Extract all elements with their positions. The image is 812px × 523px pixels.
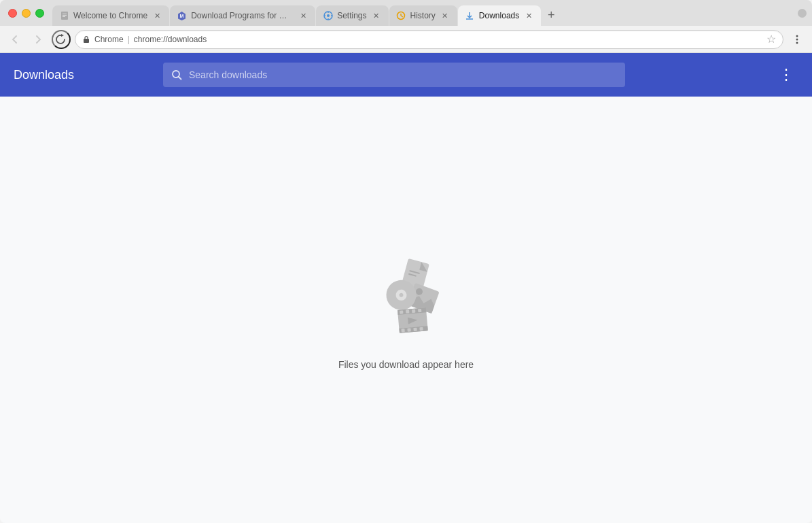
tab-icon-download-programs: M [177,11,187,21]
tab-icon-history [396,11,406,21]
titlebar: Welcome to Chrome ✕ M Download Programs … [0,0,812,26]
tab-title-history: History [410,11,436,20]
downloads-page-title: Downloads [14,68,149,82]
tab-history[interactable]: History ✕ [389,5,457,26]
tab-title-welcome: Welcome to Chrome [73,11,147,20]
minimize-button[interactable] [22,9,31,18]
svg-rect-3 [63,16,65,17]
bookmark-button[interactable]: ☆ [766,33,776,46]
svg-text:M: M [180,14,184,18]
tab-icon-downloads [465,11,475,21]
tab-title-downloads: Downloads [479,11,519,20]
svg-line-21 [179,77,181,80]
more-vert-icon [791,33,803,46]
svg-rect-38 [407,328,410,331]
svg-rect-36 [417,308,421,311]
toolbar: Chrome | chrome://downloads ☆ [0,26,812,53]
tab-icon-settings [323,11,333,21]
tab-icon-welcome [59,11,69,21]
chrome-menu-button[interactable] [788,30,807,49]
svg-point-17 [796,35,798,37]
secure-icon [82,35,90,44]
svg-rect-39 [413,327,417,331]
svg-line-13 [401,16,403,17]
file-icons-svg [369,250,451,349]
address-separator: | [128,35,130,44]
back-button[interactable] [5,30,24,49]
tab-title-download-programs: Download Programs for Ma… [191,11,294,20]
empty-state: Files you download appear here [0,97,812,523]
tab-close-download-programs[interactable]: ✕ [298,10,308,21]
svg-rect-40 [419,326,423,330]
tab-settings[interactable]: Settings ✕ [316,5,388,26]
tab-downloads[interactable]: Downloads ✕ [458,5,541,26]
svg-point-19 [796,41,798,44]
profile-icon [798,9,807,18]
downloads-header: Downloads ⋮ [0,53,812,97]
forward-button[interactable] [29,30,48,49]
tab-close-history[interactable]: ✕ [440,10,451,21]
new-tab-button[interactable]: + [542,5,561,24]
search-input[interactable] [189,69,617,80]
address-url: chrome://downloads [134,35,207,44]
tab-download-programs[interactable]: M Download Programs for Ma… ✕ [170,5,315,26]
svg-rect-35 [412,309,415,312]
browser-window: Welcome to Chrome ✕ M Download Programs … [0,0,812,523]
svg-rect-1 [63,14,67,14]
tab-close-welcome[interactable]: ✕ [152,10,162,21]
empty-illustration [369,250,444,345]
downloads-more-button[interactable]: ⋮ [774,63,798,87]
address-bar[interactable]: Chrome | chrome://downloads ☆ [75,30,783,49]
traffic-lights [0,4,52,26]
svg-rect-37 [401,328,404,332]
window-controls-right [792,4,812,26]
empty-message: Files you download appear here [338,359,474,370]
reload-button[interactable] [52,30,71,49]
address-origin: Chrome | chrome://downloads [94,35,207,44]
tab-close-downloads[interactable]: ✕ [523,10,534,21]
maximize-button[interactable] [35,9,44,18]
tab-title-settings: Settings [337,11,366,20]
page-content: Downloads ⋮ [0,53,812,523]
svg-rect-33 [400,310,403,314]
svg-rect-2 [63,15,67,16]
tabs-area: Welcome to Chrome ✕ M Download Programs … [52,4,792,26]
svg-rect-16 [84,39,89,43]
search-bar[interactable] [163,63,625,87]
address-host: Chrome [94,35,124,44]
tab-welcome[interactable]: Welcome to Chrome ✕ [52,5,169,26]
tab-close-settings[interactable]: ✕ [371,10,382,21]
svg-rect-34 [406,309,409,313]
search-icon [171,69,182,80]
svg-point-18 [796,38,798,40]
svg-point-6 [327,14,330,17]
close-button[interactable] [8,9,17,18]
